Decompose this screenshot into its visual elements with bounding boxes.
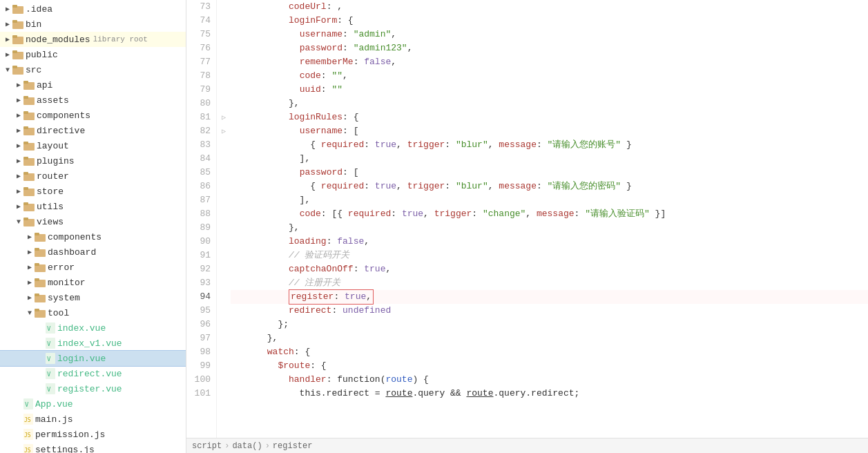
tree-item-components[interactable]: ▶ components [0,108,186,123]
folder-icon-idea [12,4,23,14]
tree-item-dashboard[interactable]: ▶ dashboard [0,244,186,260]
tree-label-index-vue: index.vue [57,323,106,334]
svg-rect-33 [35,248,39,251]
folder-icon-layout [23,141,35,151]
code-line-81: loginRules: { [231,110,868,124]
arrow-tool: ▼ [25,308,35,318]
code-token: , [525,207,537,221]
file-tree[interactable]: ▶ .idea ▶ bin ▶ node_modules library r [0,0,186,453]
code-token: : function( [327,373,386,387]
code-token: : [472,207,483,221]
code-lines[interactable]: codeUrl: , loginForm: { username: "admin… [231,0,868,438]
tree-item-main-js[interactable]: JS main.js [0,412,186,427]
code-token: "" [331,83,343,97]
svg-rect-29 [23,218,28,220]
svg-rect-13 [23,96,28,99]
code-area[interactable]: 73 74 75 76 77 78 79 80 81 82 83 84 85 8… [186,0,868,438]
tree-item-router[interactable]: ▶ router [0,168,186,184]
code-token: trigger [434,207,472,221]
code-token: : [{ [321,207,348,221]
code-line-98: watch: { [231,345,868,359]
tree-item-public[interactable]: ▶ public [0,47,186,62]
tree-item-monitor[interactable]: ▶ monitor [0,275,186,290]
tree-item-store[interactable]: ▶ store [0,184,186,199]
tree-item-src[interactable]: ▼ src [0,62,186,77]
tree-item-views-components[interactable]: ▶ components [0,229,186,244]
code-token [235,41,300,55]
code-token: : { [343,110,358,124]
tree-item-bin[interactable]: ▶ bin [0,17,186,32]
code-token: password [300,166,343,180]
tree-item-tool[interactable]: ▼ tool [0,305,186,320]
code-line-87: ], [231,193,868,207]
tree-item-views[interactable]: ▼ views [0,214,186,229]
code-token: "admin" [354,28,392,41]
code-token: .query.redirect; [493,387,579,401]
ln-74: 74 [192,14,211,28]
ln-88: 88 [192,207,211,221]
code-token: : [445,138,456,152]
tree-item-index-vue[interactable]: V index.vue [0,320,186,336]
code-token: watch [267,345,294,359]
tree-item-settings-js[interactable]: JS settings.js [0,442,186,453]
tree-item-node-modules[interactable]: ▶ node_modules library root [0,32,186,47]
tree-item-index-v1-vue[interactable]: V index_v1.vue [0,336,186,351]
tree-label-components: components [37,110,90,121]
ln-75: 75 [192,28,211,41]
code-token: : [343,41,354,55]
tree-item-login-vue[interactable]: V login.vue [0,351,186,366]
code-token: handler [289,373,327,387]
breadcrumb-register: register [273,441,313,451]
code-token [235,83,300,97]
code-line-77: rememberMe: false, [231,55,868,69]
ln-97: 97 [192,331,211,345]
tree-item-redirect-vue[interactable]: V redirect.vue [0,366,186,381]
tree-item-app-vue[interactable]: V App.vue [0,396,186,412]
tree-item-permission-js[interactable]: JS permission.js [0,427,186,442]
code-line-88: code: [{ required: true, trigger: "chang… [231,207,868,221]
tree-item-layout[interactable]: ▶ layout [0,138,186,153]
tree-item-error[interactable]: ▶ error [0,260,186,275]
code-line-73: codeUrl: , [231,0,868,14]
code-token: // 注册开关 [289,276,340,290]
code-token [235,97,289,110]
tree-item-utils[interactable]: ▶ utils [0,199,186,214]
code-token [235,373,289,387]
tree-item-directive[interactable]: ▶ directive [0,123,186,138]
js-icon-settings: JS [23,444,33,453]
gc-78 [217,69,231,83]
code-token: : [334,291,345,302]
code-token: message [499,138,537,152]
tree-item-system[interactable]: ▶ system [0,290,186,305]
code-token: code [300,207,321,221]
arrow-src: ▼ [3,65,12,75]
code-token: : [391,207,402,221]
tree-item-plugins[interactable]: ▶ plugins [0,153,186,168]
tree-item-register-vue[interactable]: V register.vue [0,381,186,396]
code-token: : [ [343,166,358,180]
code-token: }, [289,97,300,110]
tree-item-api[interactable]: ▶ api [0,77,186,93]
gc-80 [217,97,231,110]
code-token: : [354,55,365,69]
vue-icon-index-v1: V [46,338,55,349]
code-token: , [391,55,396,69]
arrow-views: ▼ [14,217,23,226]
code-token-highlight: register: true, [289,289,374,305]
gc-91 [217,249,231,262]
code-token: , [343,69,348,83]
arrow-public: ▶ [3,50,12,59]
code-token: loginForm [289,14,337,28]
code-token: .query && [412,387,466,401]
code-token: false [364,55,391,69]
code-token: : [343,28,354,41]
folder-icon-plugins [23,156,35,166]
gc-75 [217,28,231,41]
tree-item-assets[interactable]: ▶ assets [0,93,186,108]
code-token: , [396,138,407,152]
tree-item-idea[interactable]: ▶ .idea [0,1,186,17]
gc-88 [217,207,231,221]
code-token: } [621,138,632,152]
svg-rect-27 [23,202,28,205]
code-token [235,55,300,69]
